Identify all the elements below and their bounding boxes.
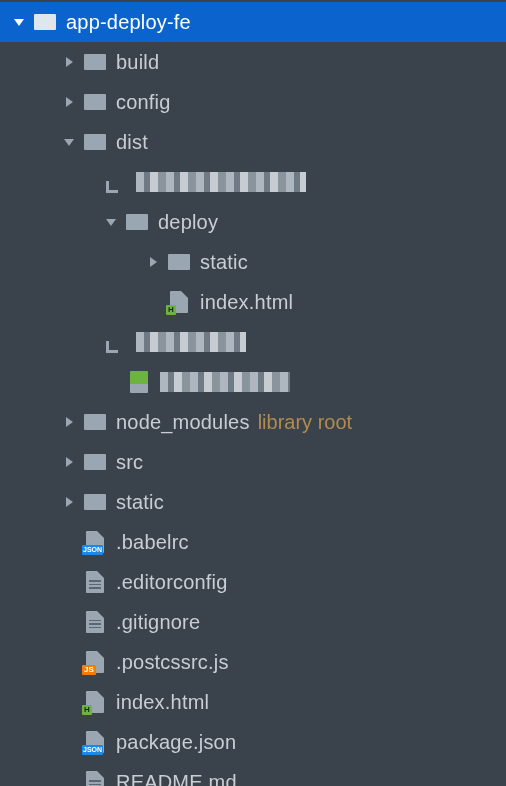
project-tree: app-deploy-fe build config dist [0,0,506,786]
tree-row[interactable]: static [0,242,506,282]
tree-row[interactable]: README.md [0,762,506,786]
folder-icon [82,409,108,435]
folder-icon [166,249,192,275]
chevron-right-icon[interactable] [58,411,80,433]
tree-row[interactable]: JS .postcssrc.js [0,642,506,682]
tree-row[interactable]: H index.html [0,282,506,322]
folder-icon [82,449,108,475]
chevron-right-icon[interactable] [142,251,164,273]
folder-icon [82,49,108,75]
folder-icon [82,489,108,515]
json-file-icon: JSON [82,729,108,755]
js-file-icon: JS [82,649,108,675]
library-root-suffix: library root [258,411,352,434]
chevron-right-icon[interactable] [58,51,80,73]
tree-label: deploy [158,211,218,234]
obscured-icon [126,369,152,395]
json-file-icon: JSON [82,529,108,555]
chevron-down-icon[interactable] [58,131,80,153]
tree-row[interactable]: JSON .babelrc [0,522,506,562]
folder-icon [82,129,108,155]
tree-row[interactable]: config [0,82,506,122]
folder-icon [82,89,108,115]
chevron-right-icon[interactable] [58,451,80,473]
obscured-label [136,332,246,352]
tree-row[interactable]: build [0,42,506,82]
tree-label: dist [116,131,148,154]
tree-label: .editorconfig [116,571,228,594]
tree-row[interactable]: static [0,482,506,522]
tree-label: .gitignore [116,611,200,634]
tree-label: .babelrc [116,531,189,554]
tree-label: .postcssrc.js [116,651,229,674]
text-file-icon [82,569,108,595]
obscured-icon [102,329,128,355]
html-file-icon: H [166,289,192,315]
tree-row[interactable]: JSON package.json [0,722,506,762]
tree-label: index.html [200,291,293,314]
chevron-down-icon[interactable] [8,11,30,33]
obscured-label [160,372,290,392]
tree-label: README.md [116,771,237,787]
tree-label: build [116,51,159,74]
text-file-icon [82,769,108,786]
html-file-icon: H [82,689,108,715]
tree-label: node_modules [116,411,250,434]
tree-label: static [200,251,248,274]
tree-row[interactable]: .gitignore [0,602,506,642]
tree-row[interactable]: src [0,442,506,482]
obscured-label [136,172,306,192]
folder-icon [124,209,150,235]
tree-label: package.json [116,731,236,754]
text-file-icon [82,609,108,635]
tree-row-obscured[interactable] [0,162,506,202]
obscured-icon [102,169,128,195]
chevron-right-icon[interactable] [58,91,80,113]
chevron-down-icon[interactable] [100,211,122,233]
chevron-right-icon[interactable] [58,491,80,513]
tree-row[interactable]: node_modules library root [0,402,506,442]
tree-row[interactable]: deploy [0,202,506,242]
tree-label: static [116,491,164,514]
tree-row-root[interactable]: app-deploy-fe [0,2,506,42]
tree-row[interactable]: .editorconfig [0,562,506,602]
tree-label: app-deploy-fe [66,11,191,34]
tree-row-obscured[interactable] [0,322,506,362]
tree-label: src [116,451,143,474]
folder-icon [32,9,58,35]
tree-label: config [116,91,171,114]
tree-label: index.html [116,691,209,714]
tree-row[interactable]: H index.html [0,682,506,722]
tree-row[interactable]: dist [0,122,506,162]
tree-row-obscured[interactable] [0,362,506,402]
